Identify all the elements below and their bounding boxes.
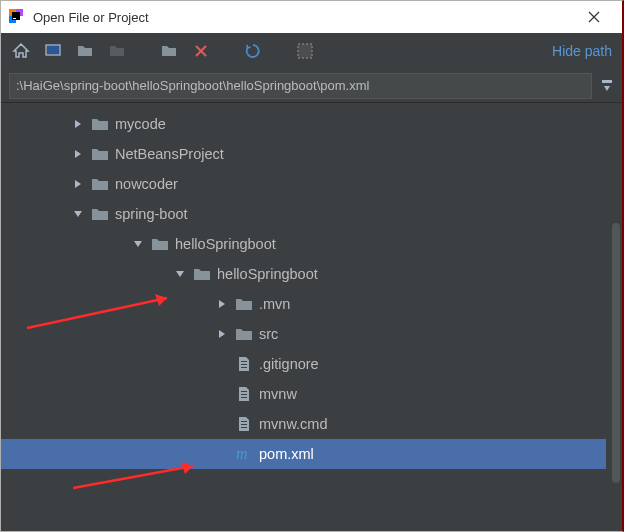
folder-icon (235, 295, 253, 313)
svg-rect-12 (241, 367, 247, 368)
close-button[interactable] (574, 1, 614, 33)
module-icon (107, 41, 127, 61)
path-row: :\HaiGe\spring-boot\helloSpringboot\hell… (1, 69, 622, 103)
window-title: Open File or Project (33, 10, 574, 25)
desktop-icon[interactable] (43, 41, 63, 61)
tree-file-pomxml[interactable]: m pom.xml (1, 439, 606, 469)
svg-rect-10 (241, 361, 247, 362)
svg-rect-11 (241, 364, 247, 365)
expand-arrow-icon[interactable] (71, 147, 85, 161)
tree-file-mvnw[interactable]: mvnw (1, 379, 606, 409)
tree-item-label: pom.xml (259, 446, 314, 462)
path-text: :\HaiGe\spring-boot\helloSpringboot\hell… (16, 78, 369, 93)
tree-folder-mycode[interactable]: mycode (1, 109, 606, 139)
new-folder-icon[interactable] (159, 41, 179, 61)
svg-rect-6 (47, 46, 59, 54)
svg-rect-16 (241, 421, 247, 422)
tree-folder-netbeans[interactable]: NetBeansProject (1, 139, 606, 169)
folder-icon (91, 175, 109, 193)
tree-item-label: .mvn (259, 296, 290, 312)
show-hidden-icon[interactable] (295, 41, 315, 61)
tree-item-label: NetBeansProject (115, 146, 224, 162)
maven-icon: m (235, 445, 253, 463)
svg-rect-14 (241, 394, 247, 395)
file-tree[interactable]: mycode NetBeansProject nowcoder spring-b… (1, 103, 622, 531)
tree-folder-nowcoder[interactable]: nowcoder (1, 169, 606, 199)
project-icon[interactable] (75, 41, 95, 61)
tree-folder-src[interactable]: src (1, 319, 606, 349)
folder-icon (91, 145, 109, 163)
tree-file-gitignore[interactable]: .gitignore (1, 349, 606, 379)
toolbar: Hide path (1, 33, 622, 69)
tree-item-label: helloSpringboot (175, 236, 276, 252)
tree-item-label: nowcoder (115, 176, 178, 192)
folder-icon (193, 265, 211, 283)
home-icon[interactable] (11, 41, 31, 61)
tree-folder-hellosb2[interactable]: helloSpringboot (1, 259, 606, 289)
svg-rect-9 (602, 80, 612, 83)
dialog-body: Hide path :\HaiGe\spring-boot\helloSprin… (1, 33, 622, 531)
path-input[interactable]: :\HaiGe\spring-boot\helloSpringboot\hell… (9, 73, 592, 99)
tree-item-label: src (259, 326, 278, 342)
tree-item-label: .gitignore (259, 356, 319, 372)
tree-item-label: helloSpringboot (217, 266, 318, 282)
file-icon (235, 415, 253, 433)
svg-rect-4 (13, 18, 16, 19)
folder-icon (91, 115, 109, 133)
expand-arrow-icon[interactable] (215, 327, 229, 341)
tree-item-label: mvnw (259, 386, 297, 402)
tree-folder-springboot[interactable]: spring-boot (1, 199, 606, 229)
svg-rect-7 (298, 44, 312, 58)
refresh-icon[interactable] (243, 41, 263, 61)
expand-arrow-icon[interactable] (71, 177, 85, 191)
file-icon (235, 385, 253, 403)
tree-file-mvnwcmd[interactable]: mvnw.cmd (1, 409, 606, 439)
collapse-arrow-icon[interactable] (71, 207, 85, 221)
open-file-dialog: Open File or Project (0, 0, 624, 532)
svg-text:m: m (236, 445, 248, 462)
tree-item-label: mvnw.cmd (259, 416, 328, 432)
folder-icon (235, 325, 253, 343)
scrollbar[interactable] (612, 223, 620, 483)
tree-item-label: mycode (115, 116, 166, 132)
tree-folder-mvn[interactable]: .mvn (1, 289, 606, 319)
tree-folder-hellosb1[interactable]: helloSpringboot (1, 229, 606, 259)
app-icon (9, 9, 25, 25)
folder-icon (91, 205, 109, 223)
collapse-arrow-icon[interactable] (173, 267, 187, 281)
file-icon (235, 355, 253, 373)
history-dropdown-icon[interactable] (598, 77, 616, 95)
svg-rect-18 (241, 427, 247, 428)
svg-rect-17 (241, 424, 247, 425)
tree-item-label: spring-boot (115, 206, 188, 222)
collapse-arrow-icon[interactable] (131, 237, 145, 251)
folder-icon (151, 235, 169, 253)
hide-path-link[interactable]: Hide path (552, 43, 612, 59)
delete-icon[interactable] (191, 41, 211, 61)
svg-rect-15 (241, 397, 247, 398)
svg-rect-13 (241, 391, 247, 392)
expand-arrow-icon[interactable] (215, 297, 229, 311)
expand-arrow-icon[interactable] (71, 117, 85, 131)
titlebar: Open File or Project (1, 1, 622, 33)
